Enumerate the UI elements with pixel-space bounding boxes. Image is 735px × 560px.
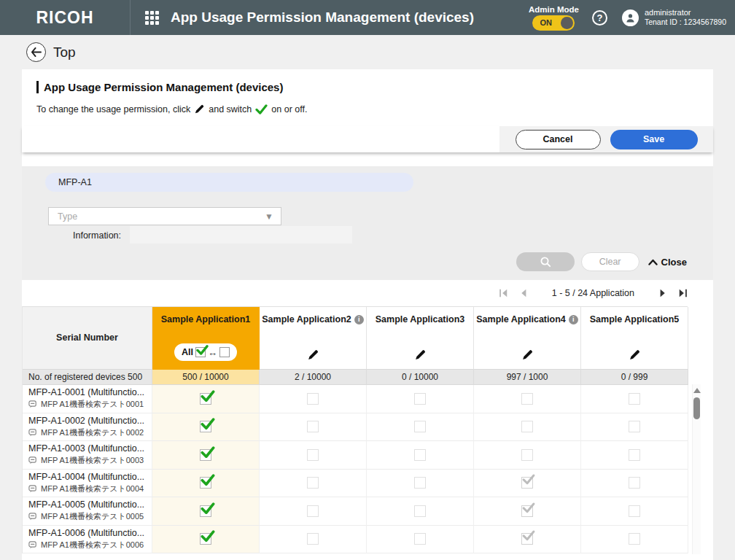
permission-checkbox[interactable] — [200, 449, 211, 461]
app-count-cell: 997 / 1000 — [474, 370, 581, 385]
admin-mode-toggle[interactable]: ON — [532, 15, 575, 31]
close-label: Close — [661, 257, 687, 268]
app-column-header: Sample Application3 — [367, 307, 474, 370]
back-button[interactable] — [26, 42, 46, 62]
device-note-icon — [28, 456, 37, 464]
permission-cell — [367, 497, 474, 526]
close-search-toggle[interactable]: Close — [648, 257, 687, 268]
save-button[interactable]: Save — [610, 130, 698, 149]
device-note: MFP A1機番検索テスト0005 — [28, 511, 144, 522]
permission-checkbox[interactable] — [307, 421, 319, 432]
permission-checkbox[interactable] — [200, 393, 211, 405]
device-serial-label: MFP-A1-0001 (Multifunctio... — [28, 387, 144, 397]
content-card: App Usage Permission Management (devices… — [22, 69, 713, 560]
edit-pencil-icon[interactable] — [414, 349, 427, 361]
perm-table: Serial NumberSample Application1All ↔Sam… — [22, 306, 688, 553]
permission-checkbox[interactable] — [521, 449, 533, 461]
permission-checkbox[interactable] — [414, 421, 426, 432]
permission-checkbox[interactable] — [200, 421, 211, 432]
prev-page-button[interactable] — [518, 288, 527, 298]
permission-cell — [152, 413, 260, 442]
info-circle-icon[interactable]: i — [354, 315, 364, 324]
permission-cell — [260, 413, 367, 442]
edit-pencil-icon[interactable] — [521, 349, 534, 361]
permission-checkbox[interactable] — [414, 477, 426, 489]
permission-checkbox[interactable] — [629, 477, 640, 489]
device-note-icon — [28, 541, 37, 549]
scroll-up-icon[interactable] — [693, 388, 701, 393]
info-circle-icon[interactable]: i — [569, 315, 578, 324]
permission-checkbox[interactable] — [629, 533, 640, 545]
permission-checkbox[interactable] — [629, 505, 640, 517]
app-count-cell: 500 / 10000 — [152, 370, 260, 385]
permission-checkbox[interactable] — [629, 449, 640, 461]
permission-checkbox[interactable] — [521, 533, 533, 545]
app-count-cell: 2 / 10000 — [260, 370, 367, 385]
tenant-id: Tenant ID : 1234567890 — [645, 18, 726, 27]
permission-cell — [260, 470, 367, 498]
type-select[interactable]: Type ▼ — [48, 207, 281, 225]
instruction-text: To change the usage permission, click an… — [36, 104, 713, 114]
permission-checkbox[interactable] — [200, 533, 211, 545]
permission-checkbox[interactable] — [307, 393, 319, 405]
permission-checkbox[interactable] — [521, 505, 533, 517]
instruction-prefix: To change the usage permission, click — [36, 104, 190, 114]
apps-grid-icon[interactable] — [145, 11, 159, 25]
app-count-cell: 0 / 10000 — [367, 370, 474, 385]
permission-checkbox[interactable] — [200, 477, 211, 489]
serial-cell: MFP-A1-0006 (Multifunctio... MFP A1機番検索テ… — [23, 526, 152, 554]
person-icon — [622, 9, 639, 26]
permission-cell — [367, 385, 474, 413]
select-all-toggle[interactable]: All ↔ — [174, 343, 237, 361]
edit-pencil-icon[interactable] — [307, 349, 319, 361]
admin-mode-label: Admin Mode — [529, 5, 579, 14]
table-scrollbar[interactable] — [692, 384, 701, 554]
edit-pencil-icon[interactable] — [629, 349, 641, 361]
keyword-input[interactable] — [45, 173, 413, 192]
permission-checkbox[interactable] — [521, 421, 533, 432]
permission-checkbox[interactable] — [307, 505, 319, 517]
permission-checkbox[interactable] — [414, 505, 426, 517]
scrollbar-thumb[interactable] — [693, 397, 700, 419]
all-unchecked-checkbox — [219, 347, 230, 357]
back-label[interactable]: Top — [53, 44, 76, 61]
permission-checkbox[interactable] — [521, 477, 533, 489]
user-block[interactable]: administrator Tenant ID : 1234567890 — [622, 8, 726, 28]
clear-button[interactable]: Clear — [581, 252, 639, 271]
first-page-button[interactable] — [498, 288, 508, 298]
next-page-button[interactable] — [659, 288, 668, 298]
permission-cell — [260, 441, 367, 470]
permission-cell — [581, 526, 688, 554]
app-column-header: Sample Application4i — [474, 307, 581, 370]
permission-checkbox[interactable] — [414, 533, 426, 545]
pencil-icon — [194, 104, 205, 114]
search-button[interactable] — [516, 252, 575, 271]
permission-checkbox[interactable] — [414, 449, 426, 461]
permission-checkbox[interactable] — [629, 393, 640, 405]
app-name-label: Sample Application3 — [376, 314, 464, 324]
permission-checkbox[interactable] — [307, 533, 319, 545]
device-note: MFP A1機番検索テスト0002 — [28, 427, 144, 438]
permission-checkbox[interactable] — [307, 449, 319, 461]
pagination-text: 1 - 5 / 24 Application — [552, 288, 634, 298]
last-page-button[interactable] — [678, 288, 688, 298]
app-name-label: Sample Application2i — [262, 314, 363, 324]
cancel-button[interactable]: Cancel — [516, 130, 601, 149]
permission-checkbox[interactable] — [200, 505, 211, 517]
user-name: administrator — [645, 8, 726, 18]
instruction-suffix: on or off. — [271, 104, 307, 114]
permission-checkbox[interactable] — [629, 421, 640, 432]
permission-checkbox[interactable] — [521, 393, 533, 405]
permission-cell — [474, 385, 581, 413]
information-label: Information: — [73, 230, 121, 241]
device-note-icon — [28, 400, 37, 408]
permission-cell — [367, 441, 474, 470]
device-serial-label: MFP-A1-0003 (Multifunctio... — [28, 443, 144, 454]
permission-cell — [367, 413, 474, 442]
permission-checkbox[interactable] — [414, 393, 426, 405]
device-note: MFP A1機番検索テスト0004 — [28, 483, 144, 494]
permission-checkbox[interactable] — [307, 477, 319, 489]
magnifier-icon — [540, 256, 551, 268]
page-title: App Usage Permission Management (devices… — [36, 81, 713, 93]
help-icon[interactable]: ? — [592, 10, 607, 26]
